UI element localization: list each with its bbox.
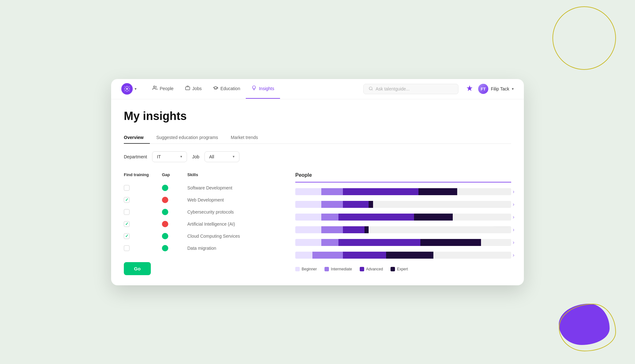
jobs-icon xyxy=(185,85,190,92)
user-chevron: ▾ xyxy=(512,87,514,91)
left-panel: Find training Gap Skills Software Develo… xyxy=(124,172,283,275)
legend-swatch xyxy=(391,267,395,271)
user-menu[interactable]: FT Filip Tack ▾ xyxy=(478,84,514,94)
col-find-training-header: Find training xyxy=(124,172,162,177)
skill-checkbox-2[interactable] xyxy=(124,209,130,215)
checkbox-cell xyxy=(124,245,162,251)
legend-swatch xyxy=(295,267,300,271)
skill-row: ✓ Web Development xyxy=(124,197,283,203)
checkmark-icon: ✓ xyxy=(125,222,129,226)
nav-item-jobs[interactable]: Jobs xyxy=(179,79,208,99)
skill-checkbox-1[interactable]: ✓ xyxy=(124,197,130,203)
skill-name: Data migration xyxy=(187,246,283,251)
bar-arrow-icon: › xyxy=(513,227,514,233)
tab-market-trends[interactable]: Market trends xyxy=(231,132,264,144)
search-placeholder: Ask talentguide... xyxy=(376,86,410,91)
deco-blob-outline xyxy=(559,304,616,351)
people-icon xyxy=(152,85,157,92)
bar-track xyxy=(295,239,511,246)
bar-advanced xyxy=(343,252,386,259)
department-select[interactable]: IT ▾ xyxy=(152,151,187,162)
nav-item-education[interactable]: Education xyxy=(207,79,246,99)
legend-swatch xyxy=(360,267,364,271)
legend-item: Intermediate xyxy=(324,267,352,271)
chart-bars: › › › 30/100 › xyxy=(295,188,511,259)
bar-intermediate xyxy=(312,252,343,259)
legend-item: Beginner xyxy=(295,267,317,271)
department-chevron: ▾ xyxy=(180,155,182,159)
bar-arrow-icon: › xyxy=(513,214,514,220)
legend-label: Expert xyxy=(397,267,408,271)
bar-expert xyxy=(364,226,369,233)
gap-cell xyxy=(162,197,187,203)
app-window: ▾ People Jobs Education xyxy=(111,79,524,285)
job-chevron: ▾ xyxy=(233,155,235,159)
skill-checkbox-0[interactable] xyxy=(124,185,130,191)
nav-actions: FT Filip Tack ▾ xyxy=(466,84,514,94)
nav-jobs-label: Jobs xyxy=(192,86,202,91)
education-icon xyxy=(213,85,218,92)
checkmark-icon: ✓ xyxy=(125,234,129,238)
bar-advanced xyxy=(338,214,414,221)
nav-items: People Jobs Education Insights xyxy=(147,79,356,99)
insights-icon xyxy=(251,85,257,92)
chart-bar-row: › xyxy=(295,200,511,208)
bar-track xyxy=(295,214,511,221)
department-value: IT xyxy=(157,154,161,159)
bar-intermediate xyxy=(321,214,338,221)
bar-arrow-icon: › xyxy=(513,202,514,207)
svg-point-3 xyxy=(369,87,372,89)
checkbox-cell: ✓ xyxy=(124,233,162,239)
nav-people-label: People xyxy=(160,86,174,91)
skills-header: Find training Gap Skills xyxy=(124,172,283,180)
chart-divider xyxy=(295,182,511,182)
skill-name: Cybersecurity protocols xyxy=(187,209,283,215)
tab-overview[interactable]: Overview xyxy=(124,132,150,144)
skill-checkbox-5[interactable] xyxy=(124,245,130,251)
bar-advanced xyxy=(343,201,369,208)
checkbox-cell xyxy=(124,185,162,191)
legend-item: Advanced xyxy=(360,267,383,271)
avatar: FT xyxy=(478,84,488,94)
skill-row: Software Development xyxy=(124,185,283,191)
legend-label: Beginner xyxy=(302,267,317,271)
bar-arrow-icon: › xyxy=(513,189,514,195)
checkmark-icon: ✓ xyxy=(125,197,129,202)
bar-advanced xyxy=(338,239,420,246)
nav-item-insights[interactable]: Insights xyxy=(246,79,280,99)
bar-beginner xyxy=(295,226,321,233)
go-button[interactable]: Go xyxy=(124,262,151,275)
gap-cell xyxy=(162,185,187,191)
content-area: Find training Gap Skills Software Develo… xyxy=(124,172,511,275)
logo[interactable]: ▾ xyxy=(121,83,137,95)
gap-indicator xyxy=(162,209,168,215)
gap-indicator xyxy=(162,245,168,251)
gap-cell xyxy=(162,233,187,239)
bar-expert xyxy=(386,252,434,259)
legend-swatch xyxy=(324,267,329,271)
chart-bar-row: 30/100 › xyxy=(295,226,511,234)
skill-rows: Software Development ✓ Web Development C… xyxy=(124,185,283,251)
job-select[interactable]: All ▾ xyxy=(204,151,239,162)
svg-rect-2 xyxy=(185,87,190,90)
sparkle-icon[interactable] xyxy=(466,85,473,93)
search-bar[interactable]: Ask talentguide... xyxy=(363,84,458,94)
bar-beginner xyxy=(295,188,321,195)
bar-track xyxy=(295,252,511,259)
tab-suggested[interactable]: Suggested education programs xyxy=(156,132,224,144)
bar-track: 30/100 xyxy=(295,226,511,233)
job-value: All xyxy=(209,154,214,159)
gap-cell xyxy=(162,245,187,251)
checkbox-cell xyxy=(124,209,162,215)
skill-checkbox-4[interactable]: ✓ xyxy=(124,233,130,239)
bar-arrow-icon: › xyxy=(513,252,514,258)
bar-expert xyxy=(369,201,373,208)
gap-indicator xyxy=(162,197,168,203)
skill-name: Artificial Intelligence (AI) xyxy=(187,222,283,227)
deco-blob xyxy=(559,304,610,345)
nav-item-people[interactable]: People xyxy=(147,79,179,99)
skill-checkbox-3[interactable]: ✓ xyxy=(124,221,130,227)
skill-name: Cloud Computing Services xyxy=(187,234,283,239)
page-title: My insights xyxy=(124,109,511,123)
bar-intermediate xyxy=(321,226,343,233)
